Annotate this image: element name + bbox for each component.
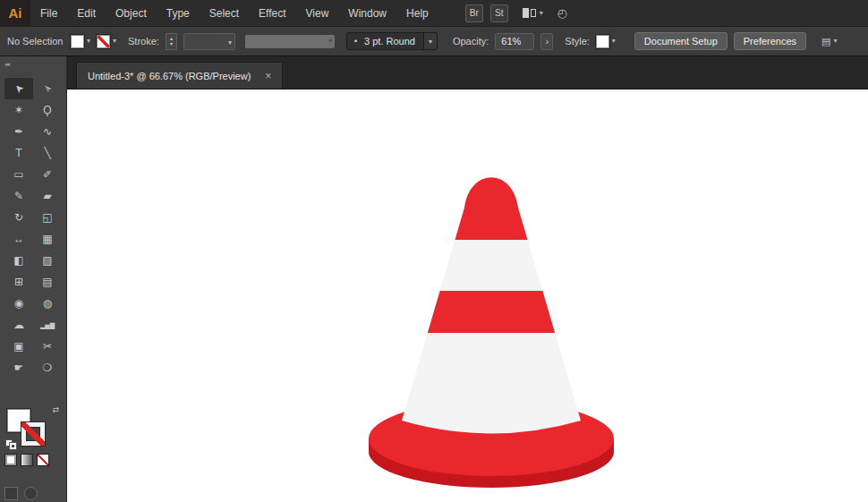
workspace-switcher[interactable]: ▾ — [523, 8, 543, 18]
color-button[interactable] — [4, 454, 17, 466]
chevron-down-icon: ▾ — [87, 38, 90, 45]
stroke-weight-select[interactable]: ▾ — [183, 33, 235, 50]
tools-panel: ◂◂ ➤ ➢ ✶ Ϙ ✒ ∿ T ╲ ▭ — [0, 56, 67, 502]
symbol-sprayer-tool[interactable]: ☁ — [4, 314, 33, 336]
free-transform-tool[interactable]: ▦ — [33, 228, 62, 250]
collapse-panel-button[interactable]: ◂◂ — [0, 56, 66, 69]
eyedropper-tool[interactable]: ◉ — [4, 293, 33, 314]
preferences-button[interactable]: Preferences — [734, 32, 806, 50]
menubar-item[interactable]: Window — [338, 0, 396, 27]
menubar-item[interactable]: Edit — [67, 0, 106, 27]
cone-top-red-band — [393, 164, 590, 240]
document-setup-button[interactable]: Document Setup — [634, 32, 728, 50]
chevron-down-icon: ▾ — [833, 38, 837, 45]
swap-fill-stroke-icon[interactable]: ⇄ — [52, 405, 59, 414]
default-fill-stroke-icon[interactable] — [5, 439, 18, 450]
document-tab-bar: Untitled-3* @ 66.67% (RGB/Preview) × — [67, 56, 868, 89]
document-area: Untitled-3* @ 66.67% (RGB/Preview) × — [67, 56, 868, 502]
control-bar: No Selection ▾ ▾ Stroke: ▴ ▾ ▾ ▾ • 3 pt.… — [0, 27, 868, 56]
curvature-tool[interactable]: ∿ — [33, 121, 62, 142]
gradient-tool-icon: ▤ — [42, 277, 52, 287]
brush-definition-select[interactable]: • 3 pt. Round ▾ — [346, 32, 438, 50]
rectangle-tool[interactable]: ▭ — [4, 164, 33, 185]
menubar-item[interactable]: Object — [106, 0, 157, 27]
menubar-item[interactable]: File — [30, 0, 67, 27]
pencil-tool-icon: ✎ — [14, 191, 23, 201]
slice-tool[interactable]: ✂ — [33, 336, 62, 357]
menubar-item[interactable]: Type — [157, 0, 200, 27]
hand-tool[interactable]: ☛ — [4, 357, 33, 379]
paintbrush-tool[interactable]: ✐ — [33, 164, 62, 185]
magic-wand-tool-icon: ✶ — [14, 105, 23, 115]
traffic-cone-artwork[interactable] — [362, 164, 620, 491]
style-label: Style: — [565, 36, 590, 47]
bridge-button[interactable]: Br — [465, 4, 483, 22]
type-tool[interactable]: T — [4, 142, 33, 164]
close-tab-icon[interactable]: × — [265, 70, 271, 82]
artboard-tool[interactable]: ▣ — [4, 336, 33, 357]
none-slash-icon — [21, 422, 45, 446]
drawing-mode-button[interactable] — [4, 487, 18, 500]
panel-menu-icon: ▤ — [821, 36, 830, 47]
fill-stroke-indicator: ⇄ — [5, 405, 61, 450]
opacity-label: Opacity: — [453, 36, 489, 47]
pen-tool[interactable]: ✒ — [4, 121, 33, 142]
mesh-tool[interactable]: ⊞ — [4, 271, 33, 293]
scale-tool-icon: ◱ — [42, 212, 52, 223]
scale-tool[interactable]: ◱ — [33, 207, 62, 228]
perspective-grid-tool[interactable]: ▨ — [33, 250, 62, 271]
menubar-item[interactable]: Effect — [249, 0, 295, 27]
type-tool-icon: T — [15, 148, 21, 158]
paint-mode-buttons — [4, 454, 49, 466]
artboard-tool-icon: ▣ — [13, 341, 23, 352]
magic-wand-tool[interactable]: ✶ — [4, 99, 33, 121]
menubar-item[interactable]: Help — [396, 0, 438, 27]
zoom-tool-icon: ❍ — [43, 362, 53, 373]
fill-color-control[interactable]: ▾ — [71, 35, 90, 48]
width-tool[interactable]: ↔ — [4, 228, 33, 250]
line-segment-tool[interactable]: ╲ — [33, 142, 62, 164]
column-graph-tool[interactable]: ▂▅▇ — [33, 314, 62, 336]
stroke-color-control[interactable]: ▾ — [97, 35, 116, 48]
selection-tool[interactable]: ➤ — [4, 78, 33, 99]
chevron-down-icon: ▾ — [113, 38, 116, 45]
control-panel-menu-icon[interactable]: ▤ ▾ — [821, 36, 837, 47]
illustrator-logo: Ai — [0, 0, 30, 27]
stroke-weight-stepper[interactable]: ▴ ▾ — [166, 33, 177, 50]
symbol-sprayer-tool-icon: ☁ — [13, 319, 24, 330]
gradient-button[interactable] — [21, 454, 33, 466]
column-graph-tool-icon: ▂▅▇ — [40, 322, 55, 328]
tab-title: Untitled-3* @ 66.67% (RGB/Preview) — [88, 71, 251, 81]
lasso-tool[interactable]: Ϙ — [33, 99, 62, 121]
eyedropper-tool-icon: ◉ — [14, 298, 23, 309]
canvas[interactable] — [67, 89, 868, 502]
stroke-indicator[interactable] — [21, 422, 45, 446]
screen-mode-button[interactable] — [24, 487, 38, 500]
pencil-tool[interactable]: ✎ — [4, 185, 33, 207]
rotate-tool[interactable]: ↻ — [4, 207, 33, 228]
opacity-options-button[interactable]: › — [540, 33, 553, 50]
hand-tool-icon: ☛ — [14, 362, 24, 373]
workspace: ◂◂ ➤ ➢ ✶ Ϙ ✒ ∿ T ╲ ▭ — [0, 56, 868, 502]
blend-tool[interactable]: ◍ — [33, 293, 62, 314]
menubar-item[interactable]: View — [296, 0, 339, 27]
fill-swatch — [71, 35, 84, 48]
zoom-tool[interactable]: ❍ — [33, 357, 62, 379]
opacity-input[interactable]: 61% — [495, 33, 534, 50]
selection-status: No Selection — [7, 36, 64, 47]
variable-width-profile-select[interactable]: ▾ — [245, 35, 335, 48]
line-segment-tool-icon: ╲ — [44, 148, 50, 158]
stock-button[interactable]: St — [490, 4, 508, 22]
gradient-tool[interactable]: ▤ — [33, 271, 62, 293]
menubar-item[interactable]: Select — [200, 0, 249, 27]
toolbar-bottom-buttons — [4, 487, 38, 500]
direct-selection-tool[interactable]: ➢ — [33, 78, 62, 99]
shape-builder-tool[interactable]: ◧ — [4, 250, 33, 271]
eraser-tool[interactable]: ▰ — [33, 185, 62, 207]
mesh-tool-icon: ⊞ — [14, 277, 23, 287]
document-tab[interactable]: Untitled-3* @ 66.67% (RGB/Preview) × — [76, 62, 283, 89]
style-select[interactable]: ▾ — [596, 35, 616, 48]
free-transform-tool-icon: ▦ — [42, 234, 52, 244]
none-button[interactable] — [37, 454, 49, 466]
performance-gauge-icon[interactable]: ◴ — [557, 6, 567, 20]
